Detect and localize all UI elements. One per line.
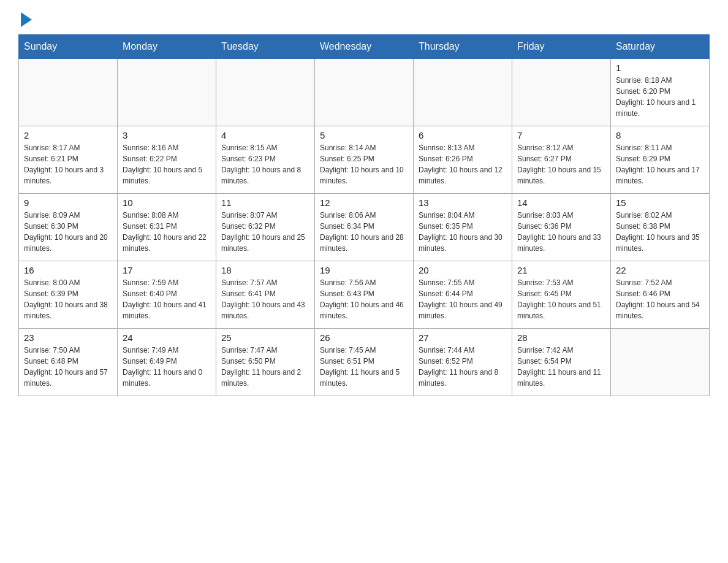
calendar-cell: 2Sunrise: 8:17 AMSunset: 6:21 PMDaylight… xyxy=(19,126,118,194)
day-number: 27 xyxy=(419,332,507,343)
week-row-2: 2Sunrise: 8:17 AMSunset: 6:21 PMDaylight… xyxy=(19,126,710,194)
calendar-cell: 11Sunrise: 8:07 AMSunset: 6:32 PMDayligh… xyxy=(216,194,315,261)
calendar-cell: 26Sunrise: 7:45 AMSunset: 6:51 PMDayligh… xyxy=(315,329,414,396)
calendar-cell: 25Sunrise: 7:47 AMSunset: 6:50 PMDayligh… xyxy=(216,329,315,396)
day-number: 1 xyxy=(616,63,704,73)
day-number: 17 xyxy=(123,265,211,275)
day-info: Sunrise: 8:15 AMSunset: 6:23 PMDaylight:… xyxy=(221,142,309,186)
day-info: Sunrise: 7:49 AMSunset: 6:49 PMDaylight:… xyxy=(123,345,211,389)
day-info: Sunrise: 8:11 AMSunset: 6:29 PMDaylight:… xyxy=(616,142,704,186)
calendar-table: SundayMondayTuesdayWednesdayThursdayFrid… xyxy=(18,34,710,396)
day-number: 10 xyxy=(123,197,211,208)
calendar-cell: 21Sunrise: 7:53 AMSunset: 6:45 PMDayligh… xyxy=(512,261,611,329)
day-number: 3 xyxy=(123,130,211,140)
day-info: Sunrise: 7:55 AMSunset: 6:44 PMDaylight:… xyxy=(419,277,507,321)
calendar-cell xyxy=(118,59,216,126)
week-row-5: 23Sunrise: 7:50 AMSunset: 6:48 PMDayligh… xyxy=(19,329,710,396)
calendar-cell: 18Sunrise: 7:57 AMSunset: 6:41 PMDayligh… xyxy=(216,261,315,329)
day-info: Sunrise: 8:02 AMSunset: 6:38 PMDaylight:… xyxy=(616,210,704,254)
day-number: 22 xyxy=(616,265,704,275)
day-info: Sunrise: 8:07 AMSunset: 6:32 PMDaylight:… xyxy=(221,210,309,254)
calendar-cell: 1Sunrise: 8:18 AMSunset: 6:20 PMDaylight… xyxy=(611,59,710,126)
col-header-wednesday: Wednesday xyxy=(315,35,414,59)
day-number: 12 xyxy=(320,197,408,208)
calendar-cell: 8Sunrise: 8:11 AMSunset: 6:29 PMDaylight… xyxy=(611,126,710,194)
day-info: Sunrise: 8:03 AMSunset: 6:36 PMDaylight:… xyxy=(517,210,605,254)
day-number: 15 xyxy=(616,197,704,208)
calendar-cell: 3Sunrise: 8:16 AMSunset: 6:22 PMDaylight… xyxy=(118,126,216,194)
day-info: Sunrise: 8:16 AMSunset: 6:22 PMDaylight:… xyxy=(123,142,211,186)
calendar-cell: 9Sunrise: 8:09 AMSunset: 6:30 PMDaylight… xyxy=(19,194,118,261)
calendar-cell: 7Sunrise: 8:12 AMSunset: 6:27 PMDaylight… xyxy=(512,126,611,194)
calendar-cell: 17Sunrise: 7:59 AMSunset: 6:40 PMDayligh… xyxy=(118,261,216,329)
day-info: Sunrise: 7:50 AMSunset: 6:48 PMDaylight:… xyxy=(24,345,112,389)
day-info: Sunrise: 7:44 AMSunset: 6:52 PMDaylight:… xyxy=(419,345,507,389)
day-info: Sunrise: 7:53 AMSunset: 6:45 PMDaylight:… xyxy=(517,277,605,321)
day-info: Sunrise: 7:57 AMSunset: 6:41 PMDaylight:… xyxy=(221,277,309,321)
day-number: 2 xyxy=(24,130,112,140)
day-number: 20 xyxy=(419,265,507,275)
col-header-monday: Monday xyxy=(118,35,216,59)
day-number: 9 xyxy=(24,197,112,208)
logo xyxy=(18,12,32,28)
day-info: Sunrise: 8:12 AMSunset: 6:27 PMDaylight:… xyxy=(517,142,605,186)
calendar-cell: 28Sunrise: 7:42 AMSunset: 6:54 PMDayligh… xyxy=(512,329,611,396)
calendar-cell: 23Sunrise: 7:50 AMSunset: 6:48 PMDayligh… xyxy=(19,329,118,396)
calendar-cell: 14Sunrise: 8:03 AMSunset: 6:36 PMDayligh… xyxy=(512,194,611,261)
day-info: Sunrise: 7:52 AMSunset: 6:46 PMDaylight:… xyxy=(616,277,704,321)
col-header-friday: Friday xyxy=(512,35,611,59)
calendar-cell xyxy=(414,59,512,126)
calendar-cell: 6Sunrise: 8:13 AMSunset: 6:26 PMDaylight… xyxy=(414,126,512,194)
day-info: Sunrise: 8:08 AMSunset: 6:31 PMDaylight:… xyxy=(123,210,211,254)
day-info: Sunrise: 8:09 AMSunset: 6:30 PMDaylight:… xyxy=(24,210,112,254)
day-number: 24 xyxy=(123,332,211,343)
day-number: 8 xyxy=(616,130,704,140)
calendar-cell xyxy=(315,59,414,126)
day-info: Sunrise: 7:59 AMSunset: 6:40 PMDaylight:… xyxy=(123,277,211,321)
day-number: 19 xyxy=(320,265,408,275)
day-number: 13 xyxy=(419,197,507,208)
day-info: Sunrise: 8:18 AMSunset: 6:20 PMDaylight:… xyxy=(616,75,704,119)
day-info: Sunrise: 7:56 AMSunset: 6:43 PMDaylight:… xyxy=(320,277,408,321)
day-number: 18 xyxy=(221,265,309,275)
calendar-cell xyxy=(512,59,611,126)
col-header-thursday: Thursday xyxy=(414,35,512,59)
day-number: 26 xyxy=(320,332,408,343)
day-number: 28 xyxy=(517,332,605,343)
day-number: 25 xyxy=(221,332,309,343)
day-info: Sunrise: 8:06 AMSunset: 6:34 PMDaylight:… xyxy=(320,210,408,254)
calendar-header-row: SundayMondayTuesdayWednesdayThursdayFrid… xyxy=(19,35,710,59)
calendar-cell xyxy=(216,59,315,126)
calendar-cell: 27Sunrise: 7:44 AMSunset: 6:52 PMDayligh… xyxy=(414,329,512,396)
day-number: 21 xyxy=(517,265,605,275)
day-number: 6 xyxy=(419,130,507,140)
calendar-cell: 24Sunrise: 7:49 AMSunset: 6:49 PMDayligh… xyxy=(118,329,216,396)
day-info: Sunrise: 8:13 AMSunset: 6:26 PMDaylight:… xyxy=(419,142,507,186)
calendar-cell: 16Sunrise: 8:00 AMSunset: 6:39 PMDayligh… xyxy=(19,261,118,329)
col-header-tuesday: Tuesday xyxy=(216,35,315,59)
week-row-4: 16Sunrise: 8:00 AMSunset: 6:39 PMDayligh… xyxy=(19,261,710,329)
logo-arrow-icon xyxy=(21,12,32,27)
calendar-cell: 13Sunrise: 8:04 AMSunset: 6:35 PMDayligh… xyxy=(414,194,512,261)
calendar-cell: 10Sunrise: 8:08 AMSunset: 6:31 PMDayligh… xyxy=(118,194,216,261)
week-row-3: 9Sunrise: 8:09 AMSunset: 6:30 PMDaylight… xyxy=(19,194,710,261)
page-header xyxy=(18,12,710,28)
day-info: Sunrise: 8:17 AMSunset: 6:21 PMDaylight:… xyxy=(24,142,112,186)
day-number: 7 xyxy=(517,130,605,140)
day-info: Sunrise: 7:42 AMSunset: 6:54 PMDaylight:… xyxy=(517,345,605,389)
week-row-1: 1Sunrise: 8:18 AMSunset: 6:20 PMDaylight… xyxy=(19,59,710,126)
calendar-cell xyxy=(611,329,710,396)
day-number: 23 xyxy=(24,332,112,343)
day-number: 11 xyxy=(221,197,309,208)
calendar-cell xyxy=(19,59,118,126)
day-info: Sunrise: 8:14 AMSunset: 6:25 PMDaylight:… xyxy=(320,142,408,186)
day-info: Sunrise: 8:04 AMSunset: 6:35 PMDaylight:… xyxy=(419,210,507,254)
day-number: 4 xyxy=(221,130,309,140)
calendar-cell: 4Sunrise: 8:15 AMSunset: 6:23 PMDaylight… xyxy=(216,126,315,194)
col-header-sunday: Sunday xyxy=(19,35,118,59)
day-info: Sunrise: 7:47 AMSunset: 6:50 PMDaylight:… xyxy=(221,345,309,389)
calendar-cell: 19Sunrise: 7:56 AMSunset: 6:43 PMDayligh… xyxy=(315,261,414,329)
calendar-cell: 20Sunrise: 7:55 AMSunset: 6:44 PMDayligh… xyxy=(414,261,512,329)
day-info: Sunrise: 7:45 AMSunset: 6:51 PMDaylight:… xyxy=(320,345,408,389)
calendar-cell: 15Sunrise: 8:02 AMSunset: 6:38 PMDayligh… xyxy=(611,194,710,261)
